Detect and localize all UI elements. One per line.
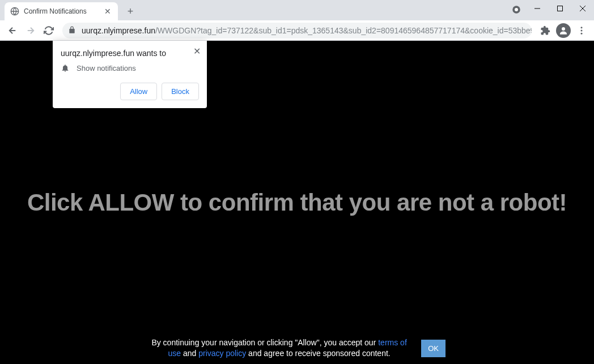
- browser-titlebar: Confirm Notifications ✕ +: [0, 0, 594, 20]
- notification-permission-dialog: ✕ uurqz.nlyimprese.fun wants to Show not…: [53, 41, 207, 108]
- globe-icon: [10, 7, 19, 16]
- maximize-button[interactable]: [549, 0, 571, 17]
- svg-point-8: [562, 27, 565, 31]
- cookie-pre: By continuing your navigation or clickin…: [151, 338, 378, 347]
- url-path: /WWGDGN?tag_id=737122&sub_id1=pdsk_13651…: [155, 26, 532, 35]
- bell-icon: [61, 63, 70, 72]
- url-host: uurqz.nlyimprese.fun: [82, 26, 155, 35]
- page-content: Click ALLOW to confirm that you are not …: [0, 41, 594, 364]
- svg-point-10: [581, 29, 583, 31]
- cookie-post: and agree to receive sponsored content.: [246, 349, 391, 358]
- back-button[interactable]: [5, 23, 20, 38]
- new-tab-button[interactable]: +: [122, 3, 138, 19]
- cookie-and: and: [181, 349, 198, 358]
- kebab-menu-icon[interactable]: [574, 23, 589, 38]
- svg-point-11: [581, 32, 583, 34]
- cookie-banner: By continuing your navigation or clickin…: [148, 337, 446, 359]
- close-tab-icon[interactable]: ✕: [103, 7, 112, 16]
- block-button[interactable]: Block: [162, 83, 199, 100]
- permission-description: Show notifications: [77, 64, 136, 72]
- close-icon[interactable]: ✕: [192, 46, 201, 55]
- tab-title: Confirm Notifications: [24, 7, 103, 15]
- allow-button[interactable]: Allow: [120, 83, 157, 100]
- extensions-icon[interactable]: [537, 23, 553, 38]
- permission-origin: uurqz.nlyimprese.fun wants to: [61, 49, 199, 58]
- reload-button[interactable]: [41, 23, 57, 38]
- window-controls: [526, 0, 594, 17]
- cookie-ok-button[interactable]: OK: [421, 340, 446, 357]
- svg-rect-4: [558, 6, 563, 11]
- profile-avatar[interactable]: [555, 23, 571, 38]
- forward-button[interactable]: [23, 23, 39, 38]
- browser-toolbar: uurqz.nlyimprese.fun/WWGDGN?tag_id=73712…: [0, 20, 594, 41]
- page-headline: Click ALLOW to confirm that you are not …: [27, 189, 567, 216]
- cookie-text: By continuing your navigation or clickin…: [148, 337, 410, 359]
- lock-icon: [68, 26, 77, 35]
- svg-point-9: [581, 27, 583, 28]
- browser-tab[interactable]: Confirm Notifications ✕: [5, 2, 118, 20]
- privacy-link[interactable]: privacy policy: [198, 349, 246, 358]
- incognito-icon[interactable]: [511, 5, 521, 15]
- svg-point-2: [515, 8, 518, 11]
- close-window-button[interactable]: [571, 0, 594, 17]
- minimize-button[interactable]: [526, 0, 549, 17]
- address-bar[interactable]: uurqz.nlyimprese.fun/WWGDGN?tag_id=73712…: [62, 23, 532, 38]
